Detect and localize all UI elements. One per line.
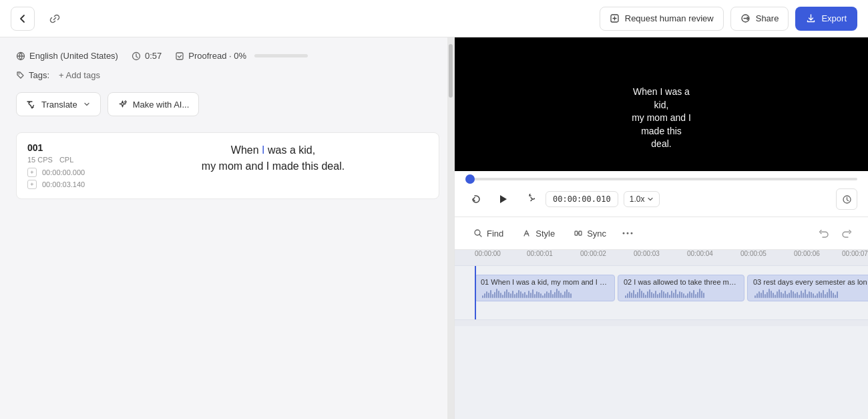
header: Request human review Share Export [0, 0, 868, 37]
request-review-button[interactable]: Request human review [600, 7, 724, 31]
track-clip-1[interactable]: 01 When I was a kid, my mom and I made t… [475, 275, 615, 301]
subtitle-meta: 001 15 CPS CPL + 00:00:00.000 + 00:00:03… [27, 142, 107, 189]
play-button[interactable] [492, 188, 513, 210]
clip-3-wave [753, 286, 868, 298]
export-button[interactable]: Export [795, 7, 857, 31]
undo-button[interactable] [813, 223, 835, 244]
timeline-tracks: 01 When I was a kid, my mom and I made t… [455, 266, 868, 319]
left-scrollbar[interactable] [447, 37, 454, 419]
right-panel: When I was a kid, my mom and I made this… [454, 37, 868, 419]
timeline-cursor [475, 266, 476, 319]
track-clip-2[interactable]: 02 I was allowed to take three mental he… [618, 275, 744, 301]
style-label: Style [535, 229, 555, 239]
progress-dot[interactable] [465, 174, 475, 184]
share-button[interactable]: Share [730, 7, 789, 31]
tags-row: Tags: + Add tags [16, 69, 438, 82]
timeline-container[interactable]: 00:00:00 00:00:01 00:00:02 00:00:03 00:0… [455, 250, 868, 419]
ruler-mark-7: 00:00:07 [842, 250, 868, 257]
start-time: 00:00:00.000 [42, 168, 85, 176]
add-tags-button[interactable]: + Add tags [55, 69, 104, 82]
wave-bars-3 [753, 286, 868, 298]
sparkle-icon [118, 100, 128, 110]
svg-point-13 [631, 233, 633, 235]
tool-bar: Find Style Sync [455, 217, 868, 250]
more-button[interactable] [617, 223, 638, 244]
redo-icon [841, 228, 852, 239]
speed-value: 1.0x [630, 194, 645, 204]
video-subtitle-line5: deal. [651, 138, 671, 149]
subtitle-text-line2: my mom and I made this deal. [202, 160, 345, 172]
translate-button[interactable]: Translate [16, 92, 101, 116]
make-ai-label: Make with AI... [133, 100, 190, 110]
translate-label: Translate [41, 100, 77, 110]
timeline-scrollbar[interactable] [455, 319, 868, 326]
add-start-button[interactable]: + [27, 168, 37, 177]
undo-redo [813, 223, 857, 244]
subtitle-number: 001 [27, 142, 107, 153]
metadata-section: English (United States) 0:57 Proofread ·… [0, 37, 454, 92]
share-label: Share [756, 13, 779, 23]
sync-button[interactable]: Sync [566, 225, 614, 243]
clip-3-label: 03 rest days every semester as long as d… [753, 278, 868, 286]
video-subtitle: When I was a kid, my mom and I made this… [632, 86, 691, 151]
progress-bar-track[interactable] [465, 178, 857, 180]
left-panel: English (United States) 0:57 Proofread ·… [0, 37, 454, 419]
ruler-mark-6: 00:00:06 [794, 250, 820, 257]
export-label: Export [821, 13, 847, 23]
header-left [11, 7, 67, 31]
clock-button[interactable] [836, 188, 857, 210]
timeline-ruler: 00:00:00 00:00:01 00:00:02 00:00:03 00:0… [455, 250, 868, 266]
svg-point-11 [623, 233, 625, 235]
fast-forward-button[interactable] [519, 188, 540, 210]
svg-marker-6 [500, 195, 507, 203]
ruler-mark-0: 00:00:00 [475, 250, 501, 257]
find-button[interactable]: Find [465, 225, 511, 243]
ruler-mark-3: 00:00:03 [634, 250, 660, 257]
style-button[interactable]: Style [514, 225, 563, 243]
redo-button[interactable] [836, 223, 857, 244]
video-subtitle-line3: my mom and I [632, 112, 691, 123]
make-ai-button[interactable]: Make with AI... [107, 92, 200, 116]
meta-row: English (United States) 0:57 Proofread ·… [16, 51, 438, 61]
speed-chevron-icon [647, 196, 654, 202]
track-clip-3[interactable]: 03 rest days every semester as long as d… [747, 275, 868, 301]
progress-area[interactable] [455, 171, 868, 184]
subtitle-editor: 001 15 CPS CPL + 00:00:00.000 + 00:00:03… [0, 130, 447, 419]
sync-label: Sync [587, 229, 606, 239]
proofread-label: Proofread · 0% [188, 51, 246, 61]
speed-selector[interactable]: 1.0x [624, 191, 660, 207]
add-end-button[interactable]: + [27, 180, 37, 189]
sync-icon [574, 229, 583, 238]
svg-point-5 [19, 74, 20, 75]
undo-icon [819, 228, 829, 239]
video-subtitle-line1: When I was a [633, 86, 690, 97]
subtitle-row: 001 15 CPS CPL + 00:00:00.000 + 00:00:03… [16, 132, 439, 199]
proofread-bar [254, 54, 308, 57]
ruler-labels: 00:00:00 00:00:01 00:00:02 00:00:03 00:0… [455, 250, 868, 265]
clip-1-wave [481, 286, 609, 298]
subtitle-text[interactable]: When I was a kid, my mom and I made this… [118, 142, 428, 174]
translate-chevron-icon [83, 100, 91, 108]
clip-1-label: 01 When I was a kid, my mom and I made t… [481, 278, 609, 286]
playback-controls: 00:00:00.010 1.0x [455, 184, 868, 217]
search-icon [473, 229, 483, 238]
svg-point-12 [627, 233, 629, 235]
back-button[interactable] [11, 7, 35, 31]
action-buttons: Translate Make with AI... [0, 92, 454, 130]
add-tags-label: + Add tags [59, 70, 100, 80]
tags-label: Tags: [16, 70, 49, 80]
header-right: Request human review Share Export [600, 7, 857, 31]
language-label: English (United States) [29, 51, 118, 61]
style-icon [522, 229, 531, 238]
end-time: 00:00:03.140 [42, 180, 85, 188]
ruler-mark-1: 00:00:01 [527, 250, 553, 257]
link-button[interactable] [43, 7, 67, 31]
subtitle-text-before: When [231, 144, 262, 156]
video-container: When I was a kid, my mom and I made this… [455, 37, 868, 171]
subtitle-content[interactable]: When I was a kid, my mom and I made this… [118, 142, 428, 174]
time-display: 00:00:00.010 [546, 191, 618, 207]
cps-label: 15 CPS [27, 156, 53, 164]
duration-label: 0:57 [145, 51, 162, 61]
rewind-button[interactable] [465, 188, 487, 210]
start-time-row: + 00:00:00.000 [27, 168, 107, 177]
